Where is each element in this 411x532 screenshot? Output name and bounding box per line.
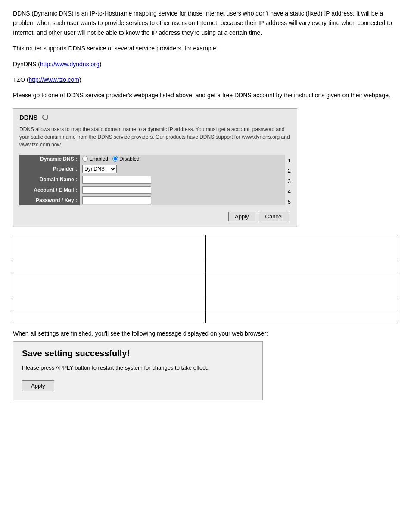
enabled-label-text: Enabled — [89, 156, 108, 162]
password-key-label: Password / Key : — [19, 195, 80, 205]
tzo-label: TZO ( — [13, 76, 29, 83]
tzo-link-line: TZO (http://www.tzo.com) — [13, 75, 398, 84]
account-email-label: Account / E-Mail : — [19, 185, 80, 195]
account-email-input-cell — [80, 185, 285, 195]
ddns-panel-title: DDNS — [19, 114, 291, 121]
dynamic-dns-label: Dynamic DNS : — [19, 155, 80, 163]
refresh-icon[interactable] — [42, 114, 48, 120]
password-key-input[interactable] — [82, 196, 151, 204]
table-cell-4-1 — [13, 299, 206, 311]
domain-name-input-cell — [80, 174, 285, 185]
provider-input-cell: DynDNS — [80, 163, 285, 174]
account-email-row: Account / E-Mail : — [19, 185, 285, 195]
when-text: When all settings are finished, you'll s… — [13, 330, 398, 337]
row-numbers: 1 2 3 4 5 — [285, 155, 291, 207]
row-number-5: 5 — [288, 197, 291, 207]
table-cell-1-1 — [13, 235, 206, 261]
row-number-4: 4 — [288, 187, 291, 197]
dynamic-dns-row: Dynamic DNS : Enabled Disabled — [19, 155, 285, 163]
table-row-3 — [13, 273, 398, 299]
save-message: Please press APPLY button to restart the… — [22, 364, 254, 372]
dyndns-link-line: DynDNS (http://www.dyndns.org) — [13, 59, 398, 69]
table-row-5 — [13, 311, 398, 323]
save-apply-button[interactable]: Apply — [22, 380, 54, 391]
disabled-radio-label[interactable]: Disabled — [112, 156, 140, 162]
ddns-panel: DDNS DDNS allows users to map the static… — [13, 108, 297, 227]
provider-row: Provider : DynDNS — [19, 163, 285, 174]
dyndns-link[interactable]: http://www.dyndns.org — [40, 61, 100, 68]
table-row-2 — [13, 261, 398, 273]
enabled-radio-label[interactable]: Enabled — [82, 156, 108, 162]
provider-select[interactable]: DynDNS — [82, 165, 117, 173]
intro-paragraph3: Please go to one of DDNS service provide… — [13, 90, 398, 100]
table-row-4 — [13, 299, 398, 311]
save-title: Save setting successfully! — [22, 348, 254, 358]
row-number-3: 3 — [288, 176, 291, 187]
ddns-form-table: Dynamic DNS : Enabled Disabled — [19, 155, 285, 205]
domain-name-row: Domain Name : — [19, 174, 285, 185]
dyndns-label: DynDNS ( — [13, 61, 40, 68]
row-number-2: 2 — [288, 166, 291, 176]
save-setting-box: Save setting successfully! Please press … — [13, 341, 263, 401]
row-number-1: 1 — [288, 156, 291, 166]
table-cell-2-1 — [13, 261, 206, 273]
table-cell-1-2 — [206, 235, 398, 261]
domain-name-label: Domain Name : — [19, 174, 80, 185]
ddns-cancel-button[interactable]: Cancel — [259, 212, 289, 221]
ddns-apply-button[interactable]: Apply — [228, 212, 255, 221]
ddns-button-row: Apply Cancel — [19, 212, 291, 221]
enabled-radio[interactable] — [82, 156, 88, 162]
disabled-label-text: Disabled — [119, 156, 140, 162]
table-cell-4-2 — [206, 299, 398, 311]
provider-label: Provider : — [19, 163, 80, 174]
domain-name-input[interactable] — [82, 176, 151, 184]
password-key-input-cell — [80, 195, 285, 205]
intro-paragraph1: DDNS (Dynamic DNS) is an IP-to-Hostname … — [13, 9, 398, 37]
disabled-radio[interactable] — [112, 156, 118, 162]
info-table — [13, 235, 398, 323]
ddns-info-text: DDNS allows users to map the static doma… — [19, 125, 291, 149]
table-cell-3-1 — [13, 273, 206, 299]
table-cell-3-2 — [206, 273, 398, 299]
dynamic-dns-input-cell: Enabled Disabled — [80, 155, 285, 163]
table-row-1 — [13, 235, 398, 261]
table-cell-5-1 — [13, 311, 206, 323]
intro-paragraph2: This router supports DDNS service of sev… — [13, 44, 398, 53]
table-cell-5-2 — [206, 311, 398, 323]
tzo-link[interactable]: http://www.tzo.com — [29, 76, 79, 83]
table-cell-2-2 — [206, 261, 398, 273]
password-key-row: Password / Key : — [19, 195, 285, 205]
account-email-input[interactable] — [82, 186, 151, 194]
